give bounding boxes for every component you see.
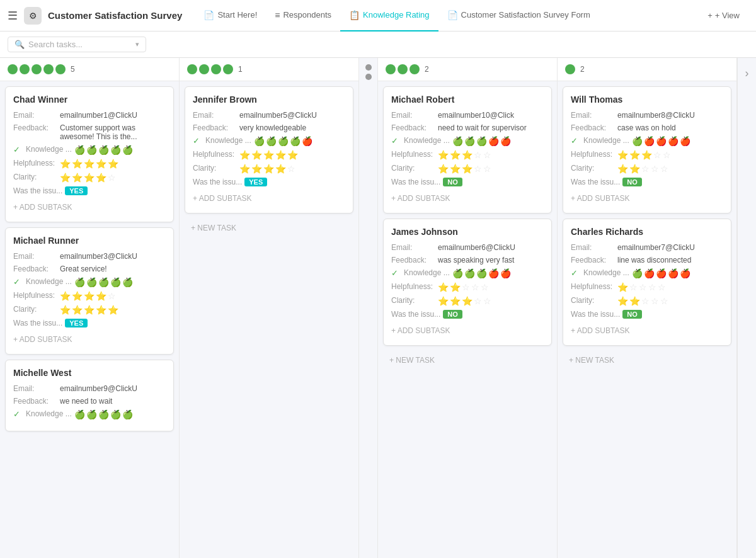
helpfulness-rating: ⭐⭐⭐☆☆	[617, 150, 671, 160]
card-email-row: Email: emailnumber5@ClickU	[193, 111, 345, 120]
issue-label: Was the issu...	[391, 178, 440, 186]
card-feedback-row: Feedback: need to wait for supervisor	[391, 123, 544, 132]
card-clarity-row: Clarity: ⭐⭐⭐⭐☆	[193, 164, 345, 174]
card-feedback-row: Feedback: we need to wait	[13, 397, 166, 406]
new-task-button[interactable]: + NEW TASK	[185, 219, 353, 237]
card-clarity-row: Clarity: ⭐⭐⭐☆☆	[391, 296, 544, 306]
column-1-header: 5	[0, 58, 179, 81]
column-1-count: 5	[71, 65, 75, 74]
tab-knowledge-icon: 📋	[349, 10, 360, 20]
helpfulness-label: Helpfulness:	[13, 159, 57, 168]
column-3-header: 2	[378, 58, 557, 81]
card-issue-row: Was the issu... YES	[13, 186, 166, 195]
new-task-button-col4[interactable]: + NEW TASK	[563, 351, 731, 370]
tab-survey-form[interactable]: 📄 Customer Satisfaction Survey Form	[438, 0, 599, 31]
clarity-label: Clarity:	[571, 296, 615, 305]
tab-respondents[interactable]: ≡ Respondents	[266, 0, 340, 31]
dot-2	[20, 64, 30, 74]
add-subtask-button[interactable]: + ADD SUBTASK	[571, 322, 723, 338]
knowledge-rating: 🍏🍏🍏🍎🍎	[452, 268, 511, 278]
email-value: emailnumber7@ClickU	[617, 243, 723, 252]
email-label: Email:	[13, 384, 57, 393]
card-helpfulness-row: Helpfulness: ⭐⭐⭐⭐☆	[13, 291, 166, 301]
helpfulness-rating: ⭐⭐⭐⭐⭐	[60, 159, 118, 169]
add-subtask-button[interactable]: + ADD SUBTASK	[391, 322, 544, 338]
feedback-value: Customer support was awesome! This is th…	[60, 123, 166, 141]
dot-3	[211, 64, 221, 74]
tab-start-icon: 📄	[203, 10, 214, 20]
knowledge-rating: 🍏🍏🍏🍏🍏	[74, 277, 133, 287]
helpfulness-rating: ⭐⭐⭐☆☆	[438, 150, 491, 160]
knowledge-rating: 🍏🍏🍏🍏🍏	[74, 145, 133, 155]
card-clarity-row: Clarity: ⭐⭐☆☆☆	[571, 164, 723, 174]
card-issue-row: Was the issu... YES	[193, 178, 345, 186]
card-name: Chad Winner	[13, 94, 166, 105]
clarity-rating: ⭐⭐⭐⭐☆	[239, 164, 295, 174]
card-clarity-row: Clarity: ⭐⭐⭐⭐☆	[13, 173, 166, 183]
knowledge-label: Knowledge ...	[26, 277, 72, 286]
kanban-board: 5 Chad Winner Email: emailnumber1@ClickU…	[0, 58, 756, 558]
helpfulness-label: Helpfulness:	[571, 282, 615, 291]
feedback-value: case was on hold	[617, 123, 723, 132]
card-jennifer-brown: Jennifer Brown Email: emailnumber5@Click…	[185, 86, 353, 214]
column-3-count: 2	[425, 65, 429, 74]
column-4-count: 2	[580, 65, 585, 74]
card-michael-robert: Michael Robert Email: emailnumber10@Clic…	[383, 86, 552, 214]
add-subtask-button[interactable]: + ADD SUBTASK	[13, 199, 166, 214]
card-name: Charles Richards	[571, 227, 723, 237]
add-subtask-button[interactable]: + ADD SUBTASK	[391, 190, 544, 205]
column-4-header: 2	[558, 58, 736, 81]
check-icon: ✓	[193, 136, 203, 145]
next-column-button[interactable]: ›	[737, 58, 756, 558]
card-feedback-row: Feedback: case was on hold	[571, 123, 723, 132]
nav-tabs: 📄 Start Here! ≡ Respondents 📋 Knowledge …	[195, 0, 598, 31]
email-value: emailnumber10@Click	[438, 111, 544, 120]
column-2-header: 1	[180, 58, 358, 81]
column-2-cards: Jennifer Brown Email: emailnumber5@Click…	[180, 81, 358, 558]
email-label: Email:	[13, 252, 57, 261]
email-label: Email:	[193, 111, 237, 120]
card-issue-row: Was the issu... NO	[391, 178, 544, 186]
issue-label: Was the issu...	[391, 310, 440, 319]
issue-badge: YES	[65, 319, 88, 327]
clarity-rating: ⭐⭐⭐☆☆	[438, 296, 491, 306]
view-plus-icon: +	[707, 11, 713, 20]
card-helpfulness-row: Helpfulness: ⭐☆☆☆☆	[571, 282, 723, 292]
helpfulness-rating: ⭐⭐⭐⭐☆	[60, 291, 116, 301]
card-knowledge-row: ✓ Knowledge ... 🍏🍏🍏🍏🍏	[13, 145, 166, 155]
clarity-label: Clarity:	[13, 305, 57, 314]
helpfulness-label: Helpfulness:	[391, 282, 435, 291]
add-subtask-button[interactable]: + ADD SUBTASK	[13, 331, 166, 346]
card-name: Michelle West	[13, 368, 166, 378]
knowledge-label: Knowledge ...	[583, 268, 629, 277]
clarity-label: Clarity:	[391, 296, 435, 305]
card-clarity-row: Clarity: ⭐⭐⭐⭐⭐	[13, 305, 166, 315]
card-email-row: Email: emailnumber7@ClickU	[571, 243, 723, 252]
knowledge-label: Knowledge ...	[404, 136, 450, 145]
hamburger-icon[interactable]: ☰	[8, 9, 18, 23]
view-button[interactable]: + + View	[699, 0, 748, 31]
feedback-value: very knowledgeable	[239, 123, 345, 132]
knowledge-label: Knowledge ...	[26, 145, 72, 154]
email-value: emailnumber3@ClickU	[60, 252, 166, 261]
card-charles-richards: Charles Richards Email: emailnumber7@Cli…	[563, 219, 731, 346]
issue-label: Was the issu...	[571, 178, 620, 186]
feedback-value: we need to wait	[60, 397, 166, 406]
helpfulness-label: Helpfulness:	[391, 150, 435, 159]
add-subtask-button[interactable]: + ADD SUBTASK	[571, 190, 723, 205]
new-task-button[interactable]: + NEW TASK	[383, 351, 552, 370]
search-placeholder: Search tasks...	[28, 40, 83, 49]
column-3-dots	[386, 64, 420, 74]
tab-start[interactable]: 📄 Start Here!	[195, 0, 266, 31]
card-helpfulness-row: Helpfulness: ⭐⭐☆☆☆	[391, 282, 544, 292]
column-4: 2 Will Thomas Email: emailnumber8@ClickU…	[558, 58, 737, 558]
helpfulness-label: Helpfulness:	[193, 150, 237, 159]
tab-knowledge[interactable]: 📋 Knowledge Rating	[340, 0, 438, 31]
add-subtask-button[interactable]: + ADD SUBTASK	[193, 190, 345, 205]
knowledge-rating: 🍏🍏🍏🍏🍏	[74, 409, 133, 419]
knowledge-label: Knowledge ...	[26, 409, 72, 418]
helpfulness-rating: ⭐⭐⭐⭐⭐	[239, 150, 298, 160]
clarity-label: Clarity:	[571, 164, 615, 173]
card-clarity-row: Clarity: ⭐⭐⭐☆☆	[391, 164, 544, 174]
search-input[interactable]: 🔍 Search tasks... ▾	[8, 37, 146, 52]
